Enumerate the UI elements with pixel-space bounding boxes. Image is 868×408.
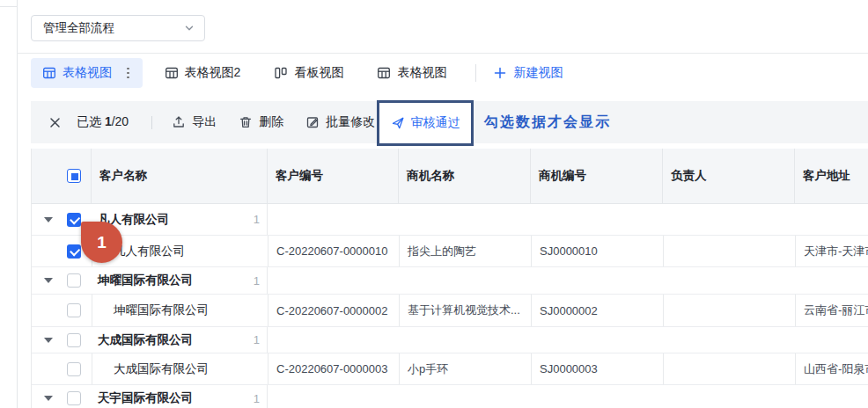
- column-header-owner: 负责人: [663, 149, 795, 203]
- cell-opportunity-no: SJ0000002: [531, 295, 663, 326]
- edit-icon: [305, 115, 320, 129]
- cell-customer-no: C-20220607-0000002: [268, 295, 399, 326]
- left-panel-border: [17, 0, 18, 408]
- cell-address: 山西省-阳泉市: [795, 353, 868, 384]
- approve-button[interactable]: 审核通过: [391, 115, 460, 131]
- tab-table-view-3[interactable]: 表格视图: [365, 58, 458, 88]
- collapse-toggle-icon[interactable]: [44, 338, 53, 343]
- row-checkbox[interactable]: [67, 362, 81, 376]
- row-checkbox[interactable]: [67, 213, 81, 227]
- tab-table-view-2[interactable]: 表格视图2: [153, 58, 253, 88]
- process-scope-label: 管理全部流程: [43, 20, 114, 36]
- collapse-toggle-icon[interactable]: [44, 396, 53, 401]
- group-name: 天宇国际有限公司: [98, 390, 193, 406]
- crm-flow-page: 管理全部流程 表格视图 表格视图2 看板视图 表格视图 新建视图: [0, 0, 868, 408]
- cell-owner: [663, 353, 795, 384]
- cell-owner: [663, 236, 795, 266]
- approve-label: 审核通过: [411, 115, 460, 131]
- table-row: 大成国际有限公司 C-20220607-0000003 小p手环 SJ00000…: [32, 353, 868, 385]
- tab-table-view-1[interactable]: 表格视图: [31, 58, 143, 88]
- trash-icon: [239, 115, 253, 129]
- cell-customer-name: 大成国际有限公司: [92, 353, 268, 384]
- header-divider: [17, 53, 868, 54]
- cell-opportunity-name: 指尖上的陶艺: [399, 236, 531, 266]
- cell-opportunity-no: SJ0000003: [531, 353, 663, 384]
- column-header-opportunity-name: 商机名称: [399, 149, 531, 203]
- column-header-opportunity-no: 商机编号: [531, 149, 663, 203]
- view-tabs: 表格视图 表格视图2 看板视图 表格视图 新建视图: [31, 56, 563, 90]
- plus-icon: [494, 67, 506, 79]
- annotation-callout-text: 勾选数据才会显示: [484, 101, 611, 143]
- cell-address: 云南省-丽江市: [795, 295, 868, 326]
- annotation-highlight-box: 审核通过: [377, 100, 474, 146]
- clear-selection-button[interactable]: [48, 116, 62, 129]
- table-row: 凡人有限公司 C-20220607-0000010 指尖上的陶艺 SJ00000…: [32, 236, 868, 267]
- group-count: 1: [254, 333, 260, 346]
- tab-label: 表格视图: [63, 65, 112, 81]
- click-marker-badge: 1: [81, 222, 122, 263]
- cell-address: 天津市-天津市: [795, 236, 868, 266]
- cell-opportunity-no: SJ0000010: [531, 236, 663, 266]
- tab-label: 看板视图: [294, 65, 343, 81]
- table-row: 坤曜国际有限公司 C-20220607-0000002 基于计算机视觉技术...…: [32, 295, 868, 327]
- kanban-icon: [274, 66, 288, 80]
- row-checkbox[interactable]: [67, 391, 81, 405]
- column-header-address: 客户地址: [795, 149, 868, 203]
- group-count: 1: [254, 274, 260, 288]
- table-icon: [42, 66, 56, 80]
- group-count: 1: [254, 213, 260, 226]
- select-all-checkbox[interactable]: [67, 169, 81, 183]
- selection-count: 已选 1/20: [77, 114, 129, 130]
- process-scope-dropdown[interactable]: 管理全部流程: [31, 15, 205, 41]
- row-checkbox[interactable]: [67, 303, 81, 317]
- toolbar-divider: [151, 116, 152, 129]
- group-row: 天宇国际有限公司 1: [32, 385, 868, 408]
- group-name: 坤曜国际有限公司: [98, 273, 193, 288]
- new-view-button[interactable]: 新建视图: [494, 65, 563, 81]
- row-checkbox[interactable]: [67, 333, 81, 347]
- header-checkbox-cell: [32, 149, 92, 203]
- tabs-divider: [475, 64, 476, 82]
- export-button[interactable]: 导出: [172, 114, 217, 130]
- delete-button[interactable]: 删除: [239, 114, 283, 130]
- group-row: 凡人有限公司 1: [32, 204, 868, 236]
- tab-label: 表格视图2: [185, 65, 241, 81]
- row-checkbox[interactable]: [67, 244, 81, 259]
- column-header-customer-name: 客户名称: [92, 149, 268, 203]
- group-name: 大成国际有限公司: [98, 332, 193, 348]
- group-row: 坤曜国际有限公司 1: [32, 267, 868, 295]
- column-header-customer-no: 客户编号: [268, 149, 399, 203]
- tab-label: 表格视图: [397, 65, 446, 81]
- chevron-down-icon: [183, 22, 195, 34]
- send-icon: [391, 116, 405, 130]
- row-checkbox[interactable]: [67, 273, 81, 288]
- collapse-toggle-icon[interactable]: [44, 278, 53, 283]
- cell-customer-no: C-20220607-0000010: [268, 236, 399, 266]
- table-icon: [165, 66, 179, 80]
- collapse-toggle-icon[interactable]: [44, 217, 53, 222]
- table-icon: [377, 66, 391, 80]
- more-options-icon[interactable]: [125, 65, 131, 82]
- export-label: 导出: [192, 114, 217, 130]
- opportunity-table: 客户名称 客户编号 商机名称 商机编号 负责人 客户地址 凡人有限公司 1 凡: [31, 149, 868, 408]
- cell-customer-no: C-20220607-0000003: [268, 353, 399, 384]
- new-view-label: 新建视图: [513, 65, 563, 81]
- cell-owner: [663, 295, 795, 326]
- delete-label: 删除: [259, 114, 283, 130]
- tab-kanban-view[interactable]: 看板视图: [262, 58, 355, 88]
- left-panel-border-top: [0, 6, 17, 7]
- group-count: 1: [254, 392, 260, 405]
- batch-edit-label: 批量修改: [326, 114, 375, 130]
- cell-customer-name: 坤曜国际有限公司: [92, 295, 268, 326]
- close-icon: [48, 116, 62, 129]
- table-header-row: 客户名称 客户编号 商机名称 商机编号 负责人 客户地址: [32, 149, 868, 204]
- batch-edit-button[interactable]: 批量修改: [305, 114, 375, 130]
- export-icon: [172, 115, 186, 129]
- group-row: 大成国际有限公司 1: [32, 327, 868, 353]
- bulk-action-toolbar: 已选 1/20 导出 删除 批量修改 审核通过 勾选数据才会显示: [31, 101, 868, 143]
- cell-opportunity-name: 基于计算机视觉技术...: [399, 295, 531, 326]
- cell-opportunity-name: 小p手环: [399, 353, 531, 384]
